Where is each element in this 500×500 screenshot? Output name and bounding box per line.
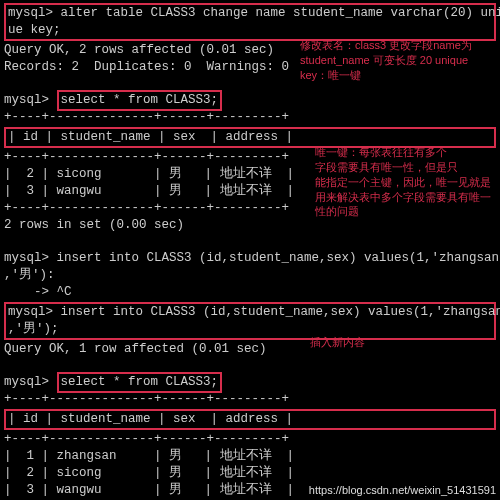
anno-line: 插入新内容 [310, 335, 365, 350]
highlight-box-header2: | id | student_name | sex | address | [4, 409, 496, 430]
table-header: | id | student_name | sex | address | [8, 411, 492, 428]
cmd-line-cont: ,'男'); [8, 321, 492, 338]
annotation-alter: 修改表名：class3 更改字段name为 student_name 可变长度 … [300, 38, 472, 83]
highlight-box-select2: select * from CLASS3; [57, 372, 223, 393]
result-line: Query OK, 1 row affected (0.01 sec) [4, 341, 496, 358]
mysql-prompt: mysql> [8, 6, 61, 20]
mysql-prompt: mysql> [4, 93, 57, 107]
anno-line: key：唯一键 [300, 68, 472, 83]
table-row: | 1 | zhangsan | 男 | 地址不详 | [4, 448, 496, 465]
annotation-unique: 唯一键：每张表往往有多个 字段需要具有唯一性，但是只 能指定一个主键，因此，唯一… [315, 145, 491, 219]
anno-line: 能指定一个主键，因此，唯一见就是 [315, 175, 491, 190]
cmd-line-cont: ,'男'): [4, 267, 496, 284]
anno-line: student_name 可变长度 20 unique [300, 53, 472, 68]
anno-line: 性的问题 [315, 204, 491, 219]
cmd-text: insert into CLASS3 (id,student_name,sex)… [57, 251, 500, 265]
mysql-prompt: mysql> [8, 305, 61, 319]
anno-line: 修改表名：class3 更改字段name为 [300, 38, 472, 53]
terminal: mysql> alter table CLASS3 change name st… [0, 0, 500, 500]
table-header: | id | student_name | sex | address | [8, 129, 492, 146]
highlight-box-alter: mysql> alter table CLASS3 change name st… [4, 3, 496, 41]
cmd-line[interactable]: mysql> select * from CLASS3; [4, 92, 496, 109]
table-sep: +----+--------------+------+---------+ [4, 391, 496, 408]
cmd-cancel: -> ^C [4, 284, 496, 301]
table-row: | 2 | sicong | 男 | 地址不详 | [4, 465, 496, 482]
cmd-line[interactable]: mysql> select * from CLASS3; [4, 374, 496, 391]
cmd-text: alter table CLASS3 change name student_n… [61, 6, 500, 20]
table-sep: +----+--------------+------+---------+ [4, 431, 496, 448]
cmd-text: insert into CLASS3 (id,student_name,sex)… [61, 305, 500, 319]
cmd-line-cont: ue key; [8, 22, 492, 39]
highlight-box-insert: mysql> insert into CLASS3 (id,student_na… [4, 302, 496, 340]
watermark: https://blog.csdn.net/weixin_51431591 [309, 483, 496, 498]
annotation-insert: 插入新内容 [310, 335, 365, 350]
mysql-prompt: mysql> [4, 251, 57, 265]
cmd-line[interactable]: mysql> alter table CLASS3 change name st… [8, 5, 492, 22]
cmd-line[interactable]: mysql> insert into CLASS3 (id,student_na… [8, 304, 492, 321]
anno-line: 用来解决表中多个字段需要具有唯一 [315, 190, 491, 205]
highlight-box-select1: select * from CLASS3; [57, 90, 223, 111]
cmd-line[interactable]: mysql> insert into CLASS3 (id,student_na… [4, 250, 496, 267]
blank-line [4, 233, 496, 250]
anno-line: 字段需要具有唯一性，但是只 [315, 160, 491, 175]
mysql-prompt: mysql> [4, 375, 57, 389]
table-sep: +----+--------------+------+---------+ [4, 109, 496, 126]
anno-line: 唯一键：每张表往往有多个 [315, 145, 491, 160]
